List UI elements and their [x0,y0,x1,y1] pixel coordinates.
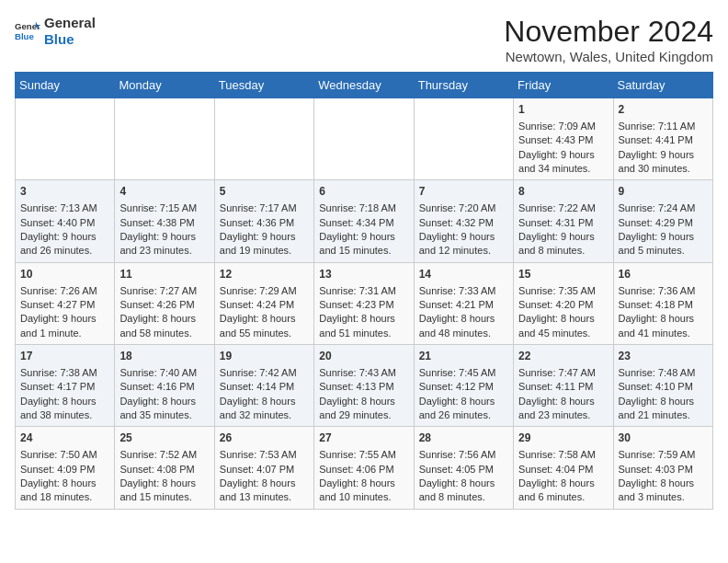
header-day-wednesday: Wednesday [314,73,414,98]
day-number: 21 [419,349,508,364]
calendar-table: SundayMondayTuesdayWednesdayThursdayFrid… [15,72,713,510]
calendar-cell: 26Sunrise: 7:53 AMSunset: 4:07 PMDayligh… [214,427,313,509]
calendar-cell: 1Sunrise: 7:09 AMSunset: 4:43 PMDaylight… [514,98,613,180]
day-info: Sunset: 4:24 PM [220,298,309,312]
day-number: 5 [220,184,309,200]
day-number: 15 [518,267,608,282]
calendar-cell: 16Sunrise: 7:36 AMSunset: 4:18 PMDayligh… [613,262,712,344]
day-info: Sunset: 4:16 PM [119,380,209,394]
calendar-cell [16,98,115,180]
day-info: Daylight: 8 hours and 38 minutes. [20,395,109,423]
day-info: Sunset: 4:36 PM [220,216,309,230]
day-number: 22 [518,349,608,364]
day-info: Sunrise: 7:38 AM [20,366,109,380]
calendar-cell: 14Sunrise: 7:33 AMSunset: 4:21 PMDayligh… [414,262,513,344]
day-info: Daylight: 9 hours and 1 minute. [20,312,109,340]
calendar-cell: 13Sunrise: 7:31 AMSunset: 4:23 PMDayligh… [314,262,414,344]
header-day-thursday: Thursday [414,73,513,98]
day-number: 30 [619,431,708,446]
day-info: Daylight: 8 hours and 15 minutes. [119,477,209,505]
month-title: November 2024 [504,15,713,49]
day-info: Sunset: 4:32 PM [419,216,508,230]
week-row-5: 24Sunrise: 7:50 AMSunset: 4:09 PMDayligh… [16,427,713,509]
day-info: Sunrise: 7:40 AM [119,366,209,380]
calendar-cell: 18Sunrise: 7:40 AMSunset: 4:16 PMDayligh… [115,345,214,427]
day-number: 29 [518,431,608,446]
day-info: Sunset: 4:29 PM [619,216,708,230]
day-number: 8 [518,184,608,200]
day-info: Sunrise: 7:59 AM [619,448,708,462]
calendar-cell: 29Sunrise: 7:58 AMSunset: 4:04 PMDayligh… [514,427,613,509]
day-number: 24 [20,431,109,446]
calendar-cell: 17Sunrise: 7:38 AMSunset: 4:17 PMDayligh… [16,345,115,427]
day-info: Sunset: 4:34 PM [319,216,408,230]
day-number: 7 [419,184,508,200]
day-info: Sunrise: 7:58 AM [518,448,608,462]
day-info: Sunset: 4:09 PM [20,463,109,477]
day-number: 1 [518,102,608,118]
day-info: Daylight: 8 hours and 29 minutes. [319,395,408,423]
day-info: Sunrise: 7:43 AM [319,366,408,380]
day-info: Sunrise: 7:17 AM [220,201,309,215]
calendar-cell: 11Sunrise: 7:27 AMSunset: 4:26 PMDayligh… [115,262,214,344]
day-info: Sunset: 4:38 PM [119,216,209,230]
day-info: Sunrise: 7:47 AM [518,366,608,380]
day-info: Sunrise: 7:29 AM [220,284,309,298]
day-info: Daylight: 8 hours and 8 minutes. [419,477,508,505]
calendar-cell: 4Sunrise: 7:15 AMSunset: 4:38 PMDaylight… [115,180,214,262]
calendar-cell: 28Sunrise: 7:56 AMSunset: 4:05 PMDayligh… [414,427,513,509]
day-info: Daylight: 8 hours and 23 minutes. [518,395,608,423]
day-info: Sunrise: 7:52 AM [119,448,209,462]
day-info: Sunrise: 7:26 AM [20,284,109,298]
location-subtitle: Newtown, Wales, United Kingdom [504,49,713,64]
day-info: Sunrise: 7:24 AM [619,201,708,215]
day-number: 20 [319,349,408,364]
calendar-cell: 9Sunrise: 7:24 AMSunset: 4:29 PMDaylight… [613,180,712,262]
day-info: Daylight: 9 hours and 5 minutes. [619,230,708,259]
day-info: Sunrise: 7:35 AM [518,284,608,298]
day-info: Sunset: 4:17 PM [20,380,109,394]
day-number: 13 [319,267,408,282]
header-day-sunday: Sunday [16,73,115,98]
calendar-cell: 5Sunrise: 7:17 AMSunset: 4:36 PMDaylight… [214,180,313,262]
day-number: 28 [419,431,508,446]
day-info: Daylight: 8 hours and 55 minutes. [220,312,309,340]
day-info: Sunrise: 7:48 AM [619,366,708,380]
calendar-cell: 20Sunrise: 7:43 AMSunset: 4:13 PMDayligh… [314,345,414,427]
day-number: 11 [119,267,209,282]
day-info: Sunrise: 7:31 AM [319,284,408,298]
calendar-cell: 27Sunrise: 7:55 AMSunset: 4:06 PMDayligh… [314,427,414,509]
day-info: Daylight: 8 hours and 58 minutes. [119,312,209,340]
day-info: Sunset: 4:21 PM [419,298,508,312]
day-info: Daylight: 8 hours and 13 minutes. [220,477,309,505]
day-info: Daylight: 9 hours and 23 minutes. [119,230,209,259]
title-area: November 2024 Newtown, Wales, United Kin… [504,15,713,64]
day-info: Sunset: 4:08 PM [119,463,209,477]
calendar-cell: 19Sunrise: 7:42 AMSunset: 4:14 PMDayligh… [214,345,313,427]
day-info: Sunset: 4:13 PM [319,380,408,394]
week-row-4: 17Sunrise: 7:38 AMSunset: 4:17 PMDayligh… [16,345,713,427]
day-info: Daylight: 9 hours and 19 minutes. [220,230,309,259]
day-info: Daylight: 9 hours and 34 minutes. [518,148,608,177]
calendar-cell: 21Sunrise: 7:45 AMSunset: 4:12 PMDayligh… [414,345,513,427]
day-info: Daylight: 8 hours and 6 minutes. [518,477,608,505]
day-number: 27 [319,431,408,446]
day-info: Daylight: 9 hours and 26 minutes. [20,230,109,259]
calendar-cell: 8Sunrise: 7:22 AMSunset: 4:31 PMDaylight… [514,180,613,262]
day-info: Sunrise: 7:15 AM [119,201,209,215]
day-info: Daylight: 8 hours and 51 minutes. [319,312,408,340]
day-info: Daylight: 8 hours and 18 minutes. [20,477,109,505]
day-info: Sunset: 4:20 PM [518,298,608,312]
day-info: Sunrise: 7:36 AM [619,284,708,298]
day-info: Sunrise: 7:11 AM [619,120,708,133]
day-info: Sunset: 4:03 PM [619,463,708,477]
day-info: Sunrise: 7:55 AM [319,448,408,462]
day-info: Sunset: 4:05 PM [419,463,508,477]
header-day-tuesday: Tuesday [214,73,313,98]
calendar-cell: 24Sunrise: 7:50 AMSunset: 4:09 PMDayligh… [16,427,115,509]
day-number: 2 [619,102,708,118]
calendar-cell: 6Sunrise: 7:18 AMSunset: 4:34 PMDaylight… [314,180,414,262]
day-number: 19 [220,349,309,364]
day-info: Daylight: 8 hours and 26 minutes. [419,395,508,423]
day-info: Sunrise: 7:22 AM [518,201,608,215]
